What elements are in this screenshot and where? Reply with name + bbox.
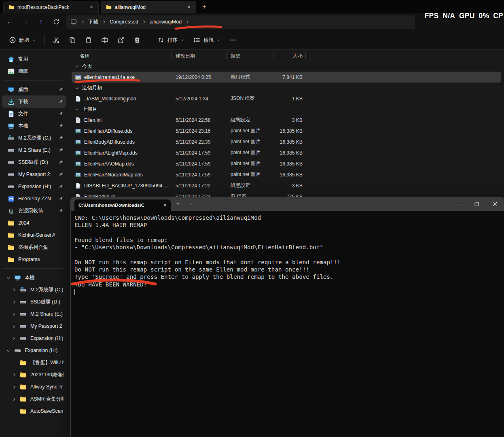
file-row[interactable]: DISABLED_BACKUP_1730905094.Ellen... 5/11… bbox=[72, 180, 501, 191]
tree-item[interactable]: 20231130總備份 bbox=[2, 369, 66, 381]
chevron-right-icon[interactable] bbox=[12, 397, 16, 401]
file-row[interactable]: EllenHairALightMap.dds 5/11/2024 17:59 p… bbox=[72, 147, 501, 158]
up-button[interactable]: ↑ bbox=[33, 15, 49, 28]
sidebar-item[interactable]: M.2 Share (E:) bbox=[2, 144, 66, 156]
column-header-type[interactable]: 類型 bbox=[227, 51, 273, 61]
tree-item[interactable]: M.2系統碟 (C:) bbox=[2, 284, 66, 296]
delete-button[interactable] bbox=[129, 33, 145, 47]
sidebar-item[interactable]: 2024 bbox=[2, 217, 66, 229]
group-header[interactable]: 上個月 bbox=[72, 104, 501, 115]
tree-item-label: 【鲁蛋】WiiU M bbox=[30, 359, 64, 366]
file-row[interactable]: ellenhairremap14a.exe 19/12/2024 0:25 應用… bbox=[72, 72, 501, 83]
chevron-down-icon[interactable] bbox=[6, 276, 11, 280]
sidebar-item-label: Expansion (H:) bbox=[18, 184, 55, 189]
close-tab-icon[interactable]: ✕ bbox=[185, 4, 193, 11]
terminal-line bbox=[74, 251, 500, 258]
file-size: 16,385 KB bbox=[273, 150, 306, 156]
new-button[interactable]: 新增 bbox=[5, 33, 40, 47]
sidebar-item[interactable]: 常用 bbox=[2, 53, 66, 65]
forward-button[interactable]: → bbox=[18, 15, 33, 28]
sidebar-item[interactable]: Kichkui-Sensei Ai bbox=[2, 229, 66, 241]
tree-item[interactable]: Allway Sync 'n' ( bbox=[2, 381, 66, 393]
terminal-output[interactable]: CWD: C:\Users\honsw\Downloads\Compressed… bbox=[71, 211, 504, 295]
file-row[interactable]: EllenHairAAOMap.dds 5/11/2024 17:59 pain… bbox=[72, 158, 501, 169]
file-type: paint.net 圖片 bbox=[227, 160, 273, 167]
group-header[interactable]: 這個月初 bbox=[72, 83, 501, 93]
tree-item[interactable]: SSD磁碟 (D:) bbox=[2, 296, 66, 308]
breadcrumb-item[interactable]: Compressed bbox=[108, 18, 140, 26]
chevron-right-icon[interactable] bbox=[12, 312, 16, 316]
tree-item-label: M.2 Share (E:) bbox=[30, 311, 64, 317]
chevron-down-icon bbox=[32, 38, 36, 42]
sidebar-item[interactable]: HoYoPlay ZZN bbox=[2, 193, 66, 205]
file-row[interactable]: Ellen.ini 6/11/2024 22:58 組態設定 3 KB bbox=[72, 115, 501, 125]
back-button[interactable]: ← bbox=[2, 15, 18, 28]
share-button[interactable] bbox=[113, 33, 129, 47]
column-headers: 名稱 修改日期 類型 大小 bbox=[72, 51, 501, 61]
column-header-date[interactable]: 修改日期 bbox=[172, 51, 227, 61]
tree-item[interactable]: Expansion (H:) bbox=[2, 332, 66, 344]
column-header-size[interactable]: 大小 bbox=[273, 51, 306, 61]
refresh-button[interactable] bbox=[49, 15, 64, 28]
tree-item[interactable]: My Passport 2 ( bbox=[2, 320, 66, 332]
terminal-tab-dropdown-button[interactable] bbox=[185, 198, 197, 210]
chevron-right-icon[interactable] bbox=[12, 300, 16, 304]
sidebar-item[interactable]: Expansion (H:) bbox=[2, 180, 66, 193]
tree-item[interactable]: M.2 Share (E:) bbox=[2, 308, 66, 320]
breadcrumb-item[interactable]: ailianwuqiMod bbox=[148, 18, 183, 26]
new-tab-button[interactable]: + bbox=[199, 2, 210, 12]
sidebar-item-label: Programs bbox=[18, 257, 55, 262]
group-header[interactable]: 今天 bbox=[72, 61, 501, 72]
file-date: 5/11/2024 17:59 bbox=[172, 172, 227, 178]
tree-item[interactable]: Expansion (H:) bbox=[2, 344, 66, 356]
terminal-titlebar[interactable]: C:\Users\honsw\Downloads\C ✕ + bbox=[71, 197, 504, 211]
file-row[interactable]: EllenHairANoramlMap.dds 5/11/2024 17:59 … bbox=[72, 169, 501, 180]
sidebar-item[interactable]: 下載 bbox=[2, 95, 66, 108]
file-type: 組態設定 bbox=[227, 117, 273, 123]
tree-item[interactable]: AutoSaveScan bbox=[2, 405, 66, 417]
chevron-right-icon[interactable] bbox=[12, 336, 16, 341]
sidebar-item[interactable]: 本機 bbox=[2, 120, 66, 132]
copy-button[interactable] bbox=[65, 33, 80, 47]
explorer-tab[interactable]: modResourceBackPack ✕ bbox=[3, 1, 99, 13]
sort-button[interactable]: 排序 bbox=[153, 33, 188, 47]
cut-button[interactable] bbox=[49, 33, 64, 47]
sidebar-item[interactable]: 桌面 bbox=[2, 83, 66, 95]
tree-item[interactable]: ASMR 合集分類 bbox=[2, 393, 66, 405]
sidebar-item[interactable]: 資源回收筒 bbox=[2, 205, 66, 217]
chevron-right-icon[interactable] bbox=[12, 324, 16, 329]
more-options-button[interactable] bbox=[225, 33, 241, 47]
explorer-tab[interactable]: ailianwuqiMod ✕ bbox=[101, 1, 196, 13]
breadcrumb-bar[interactable]: 下載 Compressed ailianwuqiMod bbox=[66, 15, 415, 29]
performance-overlay-segment: N/A bbox=[443, 12, 455, 20]
sidebar-item[interactable]: 圖庫 bbox=[2, 65, 66, 77]
tree-item[interactable]: 【鲁蛋】WiiU M bbox=[2, 356, 66, 369]
sidebar-item[interactable]: Programs bbox=[2, 253, 66, 265]
chevron-right-icon[interactable] bbox=[12, 385, 16, 389]
sidebar-item[interactable]: SSD磁碟 (D:) bbox=[2, 156, 66, 168]
sidebar-item[interactable]: M.2系統碟 (C:) bbox=[2, 132, 66, 144]
rename-button[interactable] bbox=[97, 33, 112, 47]
minimize-button[interactable] bbox=[449, 197, 468, 211]
close-tab-icon[interactable]: ✕ bbox=[161, 202, 168, 209]
chevron-right-icon[interactable] bbox=[12, 288, 16, 292]
breadcrumb-item[interactable]: 下載 bbox=[87, 17, 100, 27]
file-row[interactable]: EllenHairADiffuse.dds 5/11/2024 23:16 pa… bbox=[72, 125, 501, 136]
view-button[interactable]: 檢視 bbox=[189, 33, 224, 47]
close-tab-icon[interactable]: ✕ bbox=[88, 4, 95, 11]
terminal-tab[interactable]: C:\Users\honsw\Downloads\C ✕ bbox=[74, 199, 171, 211]
sidebar-item-label: My Passport 2 bbox=[18, 172, 55, 177]
column-header-name[interactable]: 名稱 bbox=[72, 51, 172, 61]
close-button[interactable] bbox=[486, 197, 504, 211]
chevron-down-icon[interactable] bbox=[6, 348, 11, 353]
chevron-right-icon[interactable] bbox=[12, 373, 16, 377]
file-row[interactable]: .JASM_ModConfig.json 5/12/2024 1:34 JSON… bbox=[72, 93, 501, 104]
tree-item[interactable]: 本機 bbox=[2, 272, 66, 284]
file-row[interactable]: EllenBodyADiffuse.dds 5/11/2024 22:39 pa… bbox=[72, 136, 501, 147]
paste-button[interactable] bbox=[81, 33, 96, 47]
terminal-new-tab-button[interactable]: + bbox=[172, 198, 184, 210]
sidebar-item[interactable]: 盜撮系列合集 bbox=[2, 241, 66, 253]
sidebar-item[interactable]: 文件 bbox=[2, 108, 66, 120]
sidebar-item[interactable]: My Passport 2 bbox=[2, 168, 66, 180]
maximize-button[interactable] bbox=[468, 197, 486, 211]
